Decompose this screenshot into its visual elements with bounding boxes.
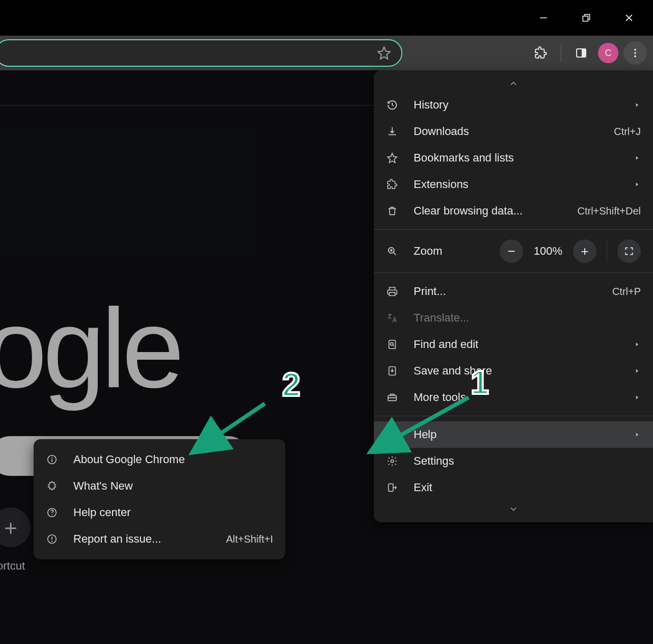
menu-label: Find and edit: [414, 338, 618, 351]
submenu-report-issue[interactable]: Report an issue... Alt+Shift+I: [34, 526, 285, 552]
menu-downloads[interactable]: Downloads Ctrl+J: [374, 118, 653, 145]
new-badge-icon: [46, 480, 58, 492]
minimize-button[interactable]: [530, 8, 557, 28]
menu-exit[interactable]: Exit: [374, 474, 653, 501]
menu-label: Print...: [414, 285, 597, 298]
download-icon: [386, 126, 398, 137]
menu-label: Clear browsing data...: [414, 204, 562, 218]
menu-scroll-up[interactable]: [374, 75, 653, 92]
menu-shortcut: Alt+Shift+I: [226, 533, 273, 545]
find-icon: [386, 339, 398, 350]
svg-rect-27: [389, 484, 393, 492]
menu-label: Bookmarks and lists: [414, 151, 618, 165]
menu-label: Report an issue...: [73, 532, 211, 546]
shortcut-label: ortcut: [0, 559, 25, 573]
annotation-number-1: 1: [471, 364, 489, 401]
submenu-chevron-icon: [634, 154, 641, 162]
svg-line-37: [199, 404, 265, 448]
menu-label: Save and share: [414, 364, 618, 378]
svg-point-8: [634, 52, 636, 54]
star-icon: [386, 152, 398, 164]
side-panel-button[interactable]: [569, 41, 593, 65]
menu-history[interactable]: History: [374, 92, 653, 118]
close-button[interactable]: [615, 8, 643, 28]
menu-shortcut: Ctrl+Shift+Del: [578, 205, 641, 217]
svg-line-21: [393, 345, 394, 346]
avatar-letter: C: [605, 48, 612, 59]
close-icon: [624, 13, 634, 23]
zoom-in-icon: [386, 246, 398, 257]
menu-print[interactable]: Print... Ctrl+P: [374, 278, 653, 305]
submenu-chevron-icon: [634, 367, 641, 374]
svg-point-7: [634, 49, 636, 51]
menu-find-edit[interactable]: Find and edit: [374, 331, 653, 358]
menu-label: Translate...: [414, 311, 641, 325]
google-logo-fragment: ogle: [0, 284, 180, 413]
zoom-separator: [607, 240, 607, 262]
submenu-whats-new[interactable]: What's New: [34, 473, 285, 499]
puzzle-icon: [386, 179, 398, 190]
zoom-value: 100%: [530, 245, 566, 258]
menu-label: History: [414, 98, 618, 112]
extensions-button[interactable]: [529, 41, 553, 65]
alert-icon: [46, 533, 58, 545]
submenu-help-center[interactable]: Help center: [34, 499, 285, 526]
submenu-chevron-icon: [634, 341, 641, 348]
menu-extensions[interactable]: Extensions: [374, 171, 653, 198]
trash-icon: [386, 205, 398, 217]
svg-point-35: [51, 541, 52, 542]
menu-label: Downloads: [414, 125, 598, 138]
side-panel-icon: [575, 47, 587, 59]
svg-line-36: [377, 397, 469, 448]
minimize-icon: [538, 13, 549, 23]
history-icon: [386, 99, 398, 111]
menu-zoom: Zoom − 100% +: [374, 235, 653, 267]
help-icon: [46, 507, 58, 518]
bookmark-star-icon[interactable]: [377, 46, 391, 60]
translate-icon: [386, 312, 398, 324]
menu-separator: [374, 229, 653, 230]
zoom-out-button[interactable]: −: [500, 239, 523, 263]
print-icon: [386, 286, 398, 297]
svg-point-32: [51, 515, 52, 516]
menu-clear-browsing-data[interactable]: Clear browsing data... Ctrl+Shift+Del: [374, 198, 653, 224]
menu-label: Extensions: [414, 178, 618, 191]
fullscreen-button[interactable]: [617, 239, 641, 263]
exit-icon: [386, 482, 398, 493]
fullscreen-icon: [624, 246, 634, 256]
menu-label: Exit: [414, 481, 641, 494]
info-icon: [46, 454, 58, 465]
submenu-chevron-icon: [634, 431, 641, 438]
svg-point-30: [51, 457, 52, 458]
puzzle-icon: [534, 46, 548, 60]
maximize-button[interactable]: [573, 8, 600, 28]
svg-rect-6: [582, 49, 586, 57]
save-icon: [386, 365, 398, 377]
menu-scroll-down[interactable]: [374, 501, 653, 517]
menu-save-share[interactable]: Save and share: [374, 358, 653, 384]
menu-label: Help center: [73, 506, 273, 519]
titlebar: [0, 0, 653, 36]
add-shortcut-button[interactable]: ＋: [0, 507, 31, 547]
maximize-icon: [581, 13, 591, 23]
menu-separator: [374, 273, 653, 273]
address-bar[interactable]: [0, 39, 402, 67]
chrome-window: C ogle ＋ ortcut History: [0, 0, 653, 644]
svg-point-9: [634, 56, 636, 58]
svg-line-16: [394, 253, 396, 255]
menu-shortcut: Ctrl+P: [612, 286, 641, 298]
zoom-controls: − 100% +: [500, 239, 641, 263]
zoom-label: Zoom: [414, 245, 484, 258]
menu-bookmarks[interactable]: Bookmarks and lists: [374, 145, 653, 171]
submenu-chevron-icon: [634, 181, 641, 188]
zoom-in-button[interactable]: +: [573, 239, 596, 263]
chrome-menu-button[interactable]: [623, 41, 647, 65]
menu-shortcut: Ctrl+J: [614, 126, 641, 138]
toolbar-right: C: [529, 36, 653, 70]
browser-toolbar: C: [0, 36, 653, 70]
menu-translate: Translate...: [374, 305, 653, 331]
toolbar-separator: [561, 44, 561, 62]
profile-avatar[interactable]: C: [598, 43, 618, 63]
svg-point-26: [391, 460, 394, 463]
kebab-icon: [630, 47, 641, 59]
